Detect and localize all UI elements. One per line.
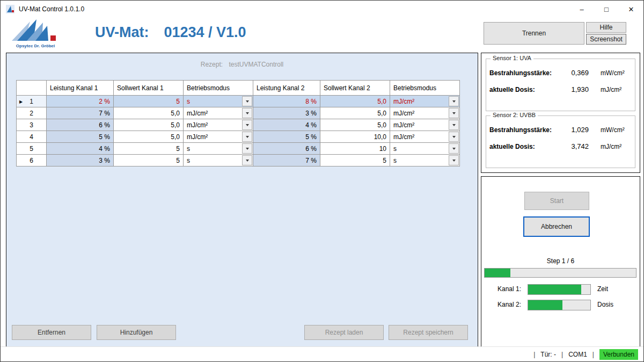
door-status: Tür: -: [540, 351, 556, 358]
window-controls: – □ ✕: [569, 1, 643, 18]
row-header[interactable]: 5: [17, 143, 47, 155]
statusbar-separator: |: [561, 351, 563, 358]
dropdown-button[interactable]: [449, 143, 459, 154]
cell-betriebsmodus-kanal2[interactable]: mJ/cm²: [390, 107, 460, 119]
dropdown-button[interactable]: [242, 96, 252, 106]
row-number: 2: [30, 110, 33, 117]
column-header-sollwert-kanal1[interactable]: Sollwert Kanal 1: [114, 81, 184, 96]
cell-betriebsmodus-kanal2[interactable]: mJ/cm²: [390, 96, 460, 107]
cell-leistung-kanal2[interactable]: 8 %: [253, 96, 320, 107]
minimize-button[interactable]: –: [569, 1, 594, 18]
cell-leistung-kanal1[interactable]: 3 %: [47, 155, 114, 166]
cell-betriebsmodus-kanal2[interactable]: mJ/cm²: [390, 131, 460, 143]
cell-sollwert-kanal1[interactable]: 5,0: [114, 107, 184, 119]
entfernen-button[interactable]: Entfernen: [12, 325, 91, 340]
cell-betriebsmodus-kanal1[interactable]: s: [184, 143, 253, 155]
cell-betriebsmodus-kanal1[interactable]: mJ/cm²: [184, 119, 253, 131]
sensor1-group: Sensor 1: UVA Bestrahlungsstärke: 0,369 …: [486, 59, 635, 111]
betriebsmodus-value: mJ/cm²: [187, 121, 208, 129]
com-port-status: COM1: [568, 351, 587, 358]
cell-sollwert-kanal1[interactable]: 5: [114, 96, 184, 107]
cell-sollwert-kanal1[interactable]: 5: [114, 155, 184, 166]
cell-betriebsmodus-kanal1[interactable]: s: [184, 155, 253, 166]
hinzufuegen-button[interactable]: Hinzufügen: [97, 325, 176, 340]
cell-leistung-kanal1[interactable]: 5 %: [47, 131, 114, 143]
cell-sollwert-kanal1[interactable]: 5,0: [114, 119, 184, 131]
dropdown-button[interactable]: [449, 120, 459, 130]
betriebsmodus-value: mJ/cm²: [187, 110, 208, 117]
device-title-label: UV-Mat:: [95, 24, 149, 40]
close-button[interactable]: ✕: [619, 1, 643, 18]
logo-icon: [12, 19, 59, 42]
abbrechen-button[interactable]: Abbrechen: [523, 216, 590, 237]
column-header-leistung-kanal2[interactable]: Leistung Kanal 2: [253, 81, 320, 96]
irradiance-label: Bestrahlungsstärke:: [489, 126, 561, 134]
dropdown-button[interactable]: [449, 108, 459, 118]
cell-sollwert-kanal2[interactable]: 5,0: [320, 107, 390, 119]
row-number: 1: [30, 98, 33, 105]
recipe-panel: Rezept: testUVMATControll Leistung Kanal…: [6, 53, 478, 348]
cell-leistung-kanal2[interactable]: 4 %: [253, 119, 320, 131]
sensor2-group: Sensor 2: UVBB Bestrahlungsstärke: 1,029…: [486, 115, 635, 168]
irradiance-label: Bestrahlungsstärke:: [489, 69, 561, 77]
dropdown-button[interactable]: [242, 120, 252, 130]
sensor2-irradiance-row: Bestrahlungsstärke: 1,029 mW/cm²: [486, 126, 635, 134]
dose-value: 3,742: [561, 142, 589, 150]
cell-sollwert-kanal2[interactable]: 10,0: [320, 131, 390, 143]
table-row: ▶ 1 2 % 5 s 8 % 5,0 mJ/cm²: [17, 96, 460, 107]
dose-value: 1,930: [561, 85, 589, 93]
cell-leistung-kanal2[interactable]: 3 %: [253, 107, 320, 119]
cell-sollwert-kanal1[interactable]: 5,0: [114, 131, 184, 143]
trennen-button[interactable]: Trennen: [484, 22, 584, 45]
cell-leistung-kanal1[interactable]: 7 %: [47, 107, 114, 119]
row-header[interactable]: 6: [17, 155, 47, 166]
kanal1-progress-fill: [528, 285, 581, 294]
betriebsmodus-value: mJ/cm²: [187, 133, 208, 141]
cell-sollwert-kanal2[interactable]: 5,0: [320, 119, 390, 131]
cell-betriebsmodus-kanal2[interactable]: s: [390, 155, 460, 166]
betriebsmodus-value: s: [187, 145, 190, 153]
cell-betriebsmodus-kanal1[interactable]: s: [184, 96, 253, 107]
dropdown-button[interactable]: [242, 108, 252, 118]
cell-leistung-kanal1[interactable]: 2 %: [47, 96, 114, 107]
table-row: 2 7 % 5,0 mJ/cm² 3 % 5,0 mJ/cm²: [17, 107, 460, 119]
row-header[interactable]: 2: [17, 107, 47, 119]
statusbar-separator: |: [533, 351, 535, 358]
row-header[interactable]: ▶ 1: [17, 96, 47, 107]
cell-betriebsmodus-kanal2[interactable]: mJ/cm²: [390, 119, 460, 131]
cell-leistung-kanal2[interactable]: 7 %: [253, 155, 320, 166]
cell-sollwert-kanal2[interactable]: 5: [320, 155, 390, 166]
dropdown-button[interactable]: [449, 155, 459, 165]
row-number: 6: [30, 157, 33, 164]
cell-betriebsmodus-kanal1[interactable]: mJ/cm²: [184, 107, 253, 119]
row-header[interactable]: 3: [17, 119, 47, 131]
dropdown-button[interactable]: [242, 143, 252, 154]
dropdown-button[interactable]: [242, 155, 252, 165]
table-header-row: Leistung Kanal 1 Sollwert Kanal 1 Betrie…: [17, 81, 460, 96]
column-header-leistung-kanal1[interactable]: Leistung Kanal 1: [47, 81, 114, 96]
cell-betriebsmodus-kanal2[interactable]: s: [390, 143, 460, 155]
rezept-speichern-button[interactable]: Rezept speichern: [389, 325, 468, 340]
cell-sollwert-kanal2[interactable]: 5,0: [320, 96, 390, 107]
dropdown-button[interactable]: [449, 96, 459, 106]
column-header-betriebsmodus-kanal1[interactable]: Betriebsmodus: [184, 81, 253, 96]
rezept-laden-button[interactable]: Rezept laden: [304, 325, 384, 340]
column-header-betriebsmodus-kanal2[interactable]: Betriebsmodus: [390, 81, 460, 96]
cell-sollwert-kanal2[interactable]: 10: [320, 143, 390, 155]
dropdown-button[interactable]: [242, 132, 252, 142]
start-button[interactable]: Start: [524, 192, 589, 210]
cell-leistung-kanal1[interactable]: 6 %: [47, 119, 114, 131]
column-header-sollwert-kanal2[interactable]: Sollwert Kanal 2: [320, 81, 390, 96]
row-header[interactable]: 4: [17, 131, 47, 143]
maximize-button[interactable]: □: [594, 1, 619, 18]
betriebsmodus-value: mJ/cm²: [393, 121, 414, 129]
cell-leistung-kanal2[interactable]: 5 %: [253, 131, 320, 143]
cell-leistung-kanal1[interactable]: 4 %: [47, 143, 114, 155]
cell-leistung-kanal2[interactable]: 6 %: [253, 143, 320, 155]
cell-betriebsmodus-kanal1[interactable]: mJ/cm²: [184, 131, 253, 143]
kanal1-mode-label: Zeit: [597, 285, 608, 293]
dropdown-button[interactable]: [449, 132, 459, 142]
screenshot-button[interactable]: Screenshot: [586, 34, 626, 45]
cell-sollwert-kanal1[interactable]: 5: [114, 143, 184, 155]
hilfe-button[interactable]: Hilfe: [586, 22, 626, 33]
